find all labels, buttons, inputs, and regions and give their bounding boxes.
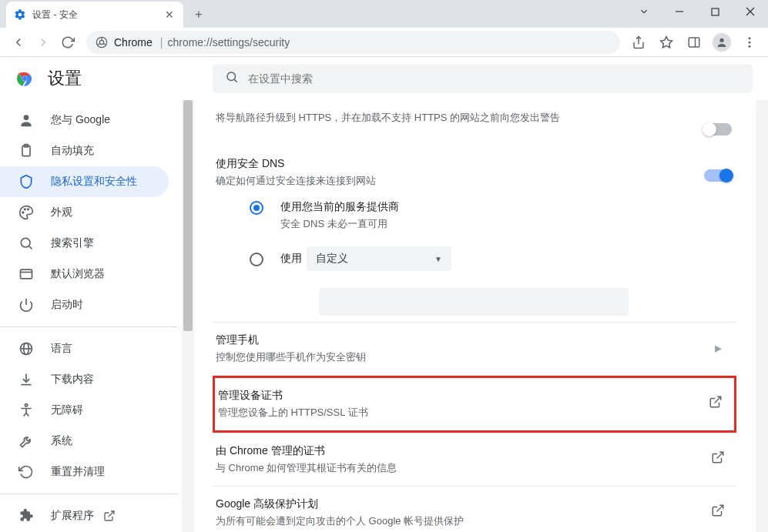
sidebar-item-label: 默认浏览器 xyxy=(51,267,105,281)
svg-point-38 xyxy=(25,404,27,407)
svg-point-28 xyxy=(28,209,29,210)
sidebar-item-accessibility[interactable]: 无障碍 xyxy=(0,395,169,426)
scrollbar-thumb[interactable] xyxy=(183,100,193,331)
sidebar-item-default-browser[interactable]: 默认浏览器 xyxy=(0,259,169,289)
sidebar-item-autofill[interactable]: 自动填充 xyxy=(0,136,169,166)
sidebar-item-downloads[interactable]: 下载内容 xyxy=(0,364,169,395)
row-title: Google 高级保护计划 xyxy=(216,497,703,511)
back-button[interactable] xyxy=(6,30,31,55)
sidebar-item-label: 启动时 xyxy=(51,298,83,312)
toggle-https-upgrade[interactable] xyxy=(704,123,732,136)
sidebar-scrollbar[interactable] xyxy=(182,100,194,532)
sidebar-item-system[interactable]: 系统 xyxy=(0,426,169,457)
svg-point-27 xyxy=(25,209,26,210)
sidebar-item-label: 下载内容 xyxy=(51,373,94,386)
sidebar-item-extensions[interactable]: 扩展程序 xyxy=(0,500,169,531)
row-title: 由 Chrome 管理的证书 xyxy=(216,444,703,458)
svg-line-39 xyxy=(109,511,114,517)
reload-button[interactable] xyxy=(55,30,80,55)
share-icon[interactable] xyxy=(626,30,651,55)
row-chrome-managed-certs[interactable]: 由 Chrome 管理的证书 与 Chrome 如何管理其根证书有关的信息 xyxy=(213,433,736,486)
radio-button[interactable] xyxy=(250,201,263,215)
sidebar-item-appearance[interactable]: 外观 xyxy=(0,197,169,228)
svg-rect-1 xyxy=(712,8,719,15)
external-link-icon xyxy=(709,395,723,412)
svg-line-41 xyxy=(717,452,723,458)
sidebar-item-search-engine[interactable]: 搜索引擎 xyxy=(0,228,169,259)
globe-icon xyxy=(18,341,34,356)
accessibility-icon xyxy=(18,403,34,418)
sidebar-item-you-and-google[interactable]: 您与 Google xyxy=(0,105,169,136)
radio-label: 使用 xyxy=(280,252,302,266)
search-input[interactable] xyxy=(248,72,740,85)
profile-avatar[interactable] xyxy=(709,30,734,55)
settings-sidebar: 您与 Google 自动填充 隐私设置和安全性 外观 搜索引擎 xyxy=(0,100,179,531)
extension-icon xyxy=(18,508,34,524)
address-bar[interactable]: Chrome | chrome://settings/security xyxy=(86,31,620,54)
search-icon xyxy=(225,70,239,87)
row-title: 管理设备证书 xyxy=(218,389,700,403)
custom-dns-input[interactable] xyxy=(319,288,629,316)
toggle-secure-dns[interactable] xyxy=(704,169,732,182)
row-description: 为所有可能会遭到定向攻击的个人 Google 帐号提供保护 xyxy=(216,514,703,528)
row-description: 将导航路径升级到 HTTPS，并在加载不支持 HTTPS 的网站之前向您发出警告 xyxy=(216,111,703,125)
row-advanced-protection[interactable]: Google 高级保护计划 为所有可能会遭到定向攻击的个人 Google 帐号提… xyxy=(213,487,736,532)
sidebar-item-label: 无障碍 xyxy=(51,403,83,417)
svg-line-42 xyxy=(717,505,723,511)
row-description: 与 Chrome 如何管理其根证书有关的信息 xyxy=(216,461,703,475)
sidebar-item-label: 扩展程序 xyxy=(51,509,94,523)
gear-icon xyxy=(14,8,26,21)
row-description: 管理您设备上的 HTTPS/SSL 证书 xyxy=(218,406,700,420)
external-link-icon xyxy=(711,504,725,520)
browser-tab[interactable]: 设置 - 安全 ✕ xyxy=(6,2,183,28)
row-manage-certificates[interactable]: 管理设备证书 管理您设备上的 HTTPS/SSL 证书 xyxy=(213,376,736,433)
sidepanel-icon[interactable] xyxy=(682,30,706,55)
svg-line-8 xyxy=(97,43,100,45)
svg-point-21 xyxy=(227,72,236,81)
svg-point-15 xyxy=(749,41,751,43)
svg-line-7 xyxy=(103,43,106,45)
sidebar-item-on-startup[interactable]: 启动时 xyxy=(0,289,169,320)
radio-description: 安全 DNS 未必一直可用 xyxy=(280,217,399,231)
svg-point-26 xyxy=(22,212,24,213)
external-link-icon xyxy=(711,450,725,467)
forward-button[interactable] xyxy=(31,30,55,55)
row-description: 确定如何通过安全连接来连接到网站 xyxy=(216,174,703,188)
sidebar-divider xyxy=(0,326,178,327)
restore-icon xyxy=(18,464,34,480)
page-title: 设置 xyxy=(48,67,82,90)
dns-provider-select[interactable]: 自定义 ▼ xyxy=(307,246,451,271)
row-title: 使用安全 DNS xyxy=(216,157,703,171)
chevron-down-icon[interactable] xyxy=(626,0,662,23)
svg-point-29 xyxy=(21,238,30,247)
close-icon[interactable]: ✕ xyxy=(163,8,176,21)
sidebar-item-label: 搜索引擎 xyxy=(51,236,94,250)
sidebar-item-language[interactable]: 语言 xyxy=(0,333,169,364)
radio-button[interactable] xyxy=(250,253,263,266)
chevron-down-icon: ▼ xyxy=(388,255,442,263)
radio-custom-provider[interactable]: 使用 自定义 ▼ xyxy=(213,239,736,279)
tab-title: 设置 - 安全 xyxy=(32,8,163,22)
main-scrollbar[interactable] xyxy=(756,100,768,532)
row-secure-dns: 使用安全 DNS 确定如何通过安全连接来连接到网站 xyxy=(213,146,736,192)
settings-main: 将导航路径升级到 HTTPS，并在加载不支持 HTTPS 的网站之前向您发出警告… xyxy=(194,100,768,532)
select-value: 自定义 xyxy=(316,252,348,266)
chrome-logo-icon xyxy=(15,69,34,88)
sidebar-item-label: 外观 xyxy=(51,206,72,219)
sidebar-item-reset[interactable]: 重置并清理 xyxy=(0,457,169,487)
radio-current-provider[interactable]: 使用您当前的服务提供商 安全 DNS 未必一直可用 xyxy=(213,192,736,239)
new-tab-button[interactable]: + xyxy=(188,4,210,25)
row-description: 控制您使用哪些手机作为安全密钥 xyxy=(216,350,703,364)
maximize-button[interactable] xyxy=(697,0,733,23)
bookmark-icon[interactable] xyxy=(654,30,679,55)
settings-search[interactable] xyxy=(213,64,753,93)
row-manage-phones[interactable]: 管理手机 控制您使用哪些手机作为安全密钥 ▸ xyxy=(213,323,736,375)
chrome-icon xyxy=(96,36,108,49)
omnibox-label: Chrome xyxy=(114,36,153,49)
svg-point-16 xyxy=(749,45,751,47)
menu-icon[interactable] xyxy=(737,30,762,55)
close-window-button[interactable] xyxy=(733,0,768,23)
sidebar-item-privacy-security[interactable]: 隐私设置和安全性 xyxy=(0,166,169,197)
minimize-button[interactable] xyxy=(662,0,697,23)
sidebar-item-label: 您与 Google xyxy=(51,113,110,127)
